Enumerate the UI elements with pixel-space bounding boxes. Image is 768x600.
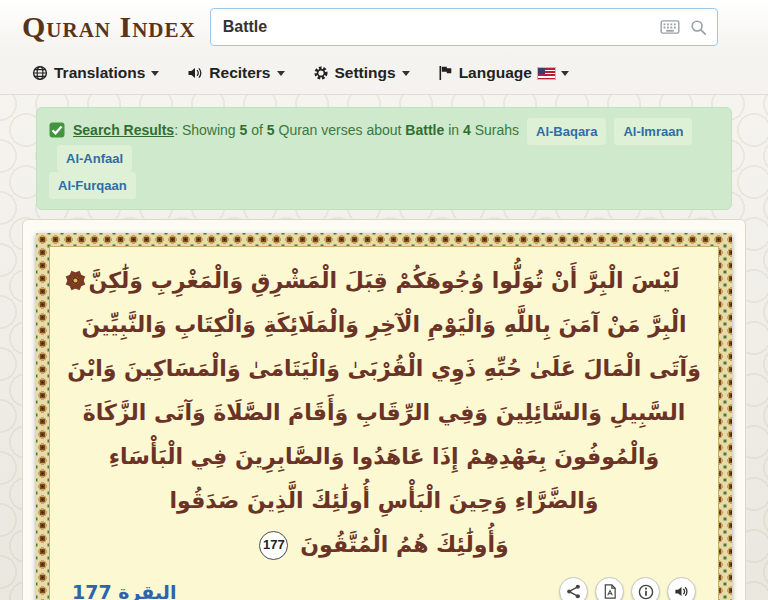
surah-badge-al-baqara[interactable]: Al-Baqara <box>527 118 606 145</box>
info-icon[interactable] <box>631 577 660 600</box>
results-card: لَيْسَ الْبِرَّ أَنْ تُوَلُّوا وُجُوهَكُ… <box>22 219 746 600</box>
main-nav: Translations Reciters Settings <box>0 52 768 95</box>
verse-card: لَيْسَ الْبِرَّ أَنْ تُوَلُّوا وُجُوهَكُ… <box>36 233 732 600</box>
surah-badge-al-furqaan[interactable]: Al-Furqaan <box>49 172 136 199</box>
nav-language[interactable]: Language <box>438 64 569 82</box>
search-results-link[interactable]: Search Results <box>73 122 174 138</box>
header: Quran Index <box>0 0 768 52</box>
verse-last-line: وَأُولَٰئِكَ هُمُ الْمُتَّقُونَ 177 <box>66 523 702 567</box>
search-input[interactable] <box>211 18 660 36</box>
verse-reference-link[interactable]: البقرة 177 <box>72 581 176 600</box>
search-icon[interactable] <box>690 19 707 36</box>
gear-icon <box>313 65 329 81</box>
chevron-down-icon <box>402 71 410 80</box>
verse-arabic-text: وَأُولَٰئِكَ هُمُ الْمُتَّقُونَ <box>300 523 508 567</box>
us-flag-icon <box>538 68 555 79</box>
verse-number-badge: 177 <box>259 531 288 560</box>
nav-translations[interactable]: Translations <box>32 64 159 82</box>
keyboard-icon[interactable] <box>660 20 680 34</box>
nav-language-label: Language <box>459 64 532 82</box>
nav-settings[interactable]: Settings <box>313 64 410 82</box>
nav-settings-label: Settings <box>335 64 396 82</box>
site-logo[interactable]: Quran Index <box>22 10 196 44</box>
surah-count: 4 <box>463 122 471 138</box>
search-term: Battle <box>405 122 444 138</box>
flag-icon <box>438 65 453 81</box>
verse-frame: لَيْسَ الْبِرَّ أَنْ تُوَلُّوا وُجُوهَكُ… <box>49 246 719 600</box>
globe-icon <box>32 65 48 81</box>
search-results-banner: Search Results: Showing 5 of 5 Quran ver… <box>36 107 732 210</box>
banner-text: Quran verses about <box>275 122 406 138</box>
speaker-icon <box>187 65 203 81</box>
chevron-down-icon <box>151 71 159 80</box>
nav-reciters-label: Reciters <box>209 64 270 82</box>
share-icon[interactable] <box>559 577 588 600</box>
chevron-down-icon <box>561 71 569 80</box>
verse-actions <box>559 577 696 600</box>
audio-icon[interactable] <box>667 577 696 600</box>
nav-translations-label: Translations <box>54 64 145 82</box>
search-box <box>210 8 718 46</box>
verse-arabic-text: لَيْسَ الْبِرَّ أَنْ تُوَلُّوا وُجُوهَكُ… <box>66 259 702 523</box>
count-total: 5 <box>267 122 275 138</box>
banner-text: in <box>444 122 463 138</box>
surah-badge-al-anfaal[interactable]: Al-Anfaal <box>57 145 132 172</box>
surah-badge-al-imraan[interactable]: Al-Imraan <box>614 118 692 145</box>
nav-reciters[interactable]: Reciters <box>187 64 284 82</box>
chevron-down-icon <box>277 71 285 80</box>
pdf-icon[interactable] <box>595 577 624 600</box>
verse-footer: البقرة 177 <box>72 577 696 600</box>
checkbox-checked-icon <box>49 122 65 145</box>
banner-text: : Showing <box>174 122 239 138</box>
search-box-icons <box>660 19 717 36</box>
banner-text: Surahs <box>471 122 519 138</box>
banner-text: of <box>247 122 266 138</box>
